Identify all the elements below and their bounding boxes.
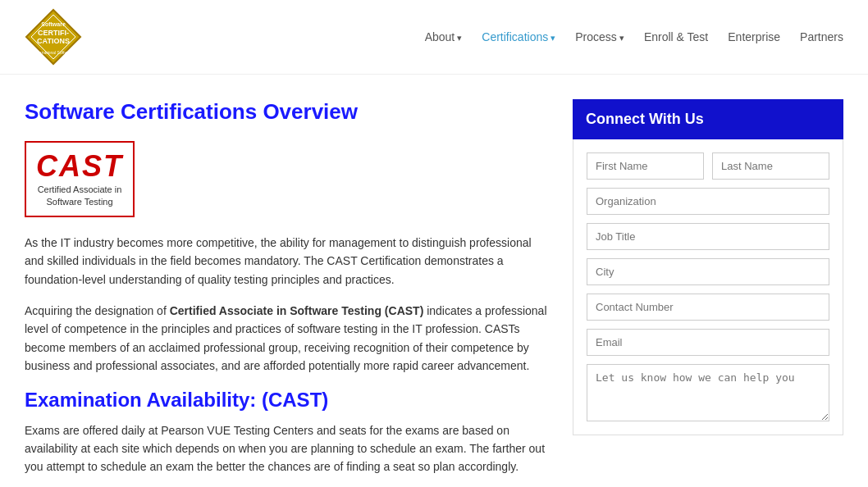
svg-text:CERTIFI-: CERTIFI- xyxy=(38,29,69,37)
nav-certifications[interactable]: Certifications xyxy=(482,30,555,43)
cast-subtext: Certified Associate inSoftware Testing xyxy=(36,184,123,209)
sidebar: Connect With Us xyxy=(573,99,843,487)
contact-number-input[interactable] xyxy=(587,294,829,321)
main-layout: Software Certifications Overview CAST Ce… xyxy=(0,75,868,487)
paragraph-3: Exams are offered daily at Pearson VUE T… xyxy=(25,421,548,476)
svg-text:Software: Software xyxy=(41,21,66,27)
cast-logo-box: CAST Certified Associate inSoftware Test… xyxy=(25,141,135,217)
connect-header: Connect With Us xyxy=(573,99,843,139)
page-title: Software Certifications Overview xyxy=(25,99,548,125)
nav-enroll-test[interactable]: Enroll & Test xyxy=(644,30,708,43)
nav-about[interactable]: About xyxy=(425,30,463,43)
organization-input[interactable] xyxy=(587,188,829,215)
section-title: Examination Availability: (CAST) xyxy=(25,389,548,412)
paragraph-2-bold: Certified Associate in Software Testing … xyxy=(170,304,424,317)
logo-icon: Software CERTIFI- CATIONS International … xyxy=(25,8,82,66)
header: Software CERTIFI- CATIONS International … xyxy=(0,0,868,75)
job-title-input[interactable] xyxy=(587,223,829,250)
paragraph-2: Acquiring the designation of Certified A… xyxy=(25,302,548,375)
nav-partners[interactable]: Partners xyxy=(800,30,843,43)
svg-text:CATIONS: CATIONS xyxy=(37,37,70,45)
nav-process[interactable]: Process xyxy=(575,30,624,43)
email-input[interactable] xyxy=(587,329,829,356)
message-textarea[interactable] xyxy=(587,364,829,421)
connect-form xyxy=(573,139,843,435)
city-input[interactable] xyxy=(587,258,829,285)
nav: About Certifications Process Enroll & Te… xyxy=(425,30,843,43)
first-name-input[interactable] xyxy=(587,152,704,180)
content-area: Software Certifications Overview CAST Ce… xyxy=(25,99,548,487)
cast-logo-text: CAST xyxy=(36,149,123,184)
svg-text:International Software: International Software xyxy=(34,50,74,55)
logo-area: Software CERTIFI- CATIONS International … xyxy=(25,8,82,66)
nav-enterprise[interactable]: Enterprise xyxy=(728,30,780,43)
paragraph-1: As the IT industry becomes more competit… xyxy=(25,234,548,289)
name-row xyxy=(587,152,829,180)
last-name-input[interactable] xyxy=(712,152,829,180)
